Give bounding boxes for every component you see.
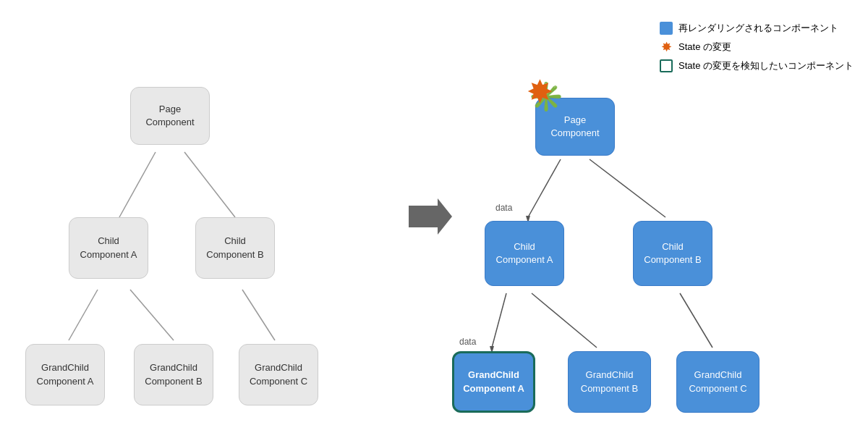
legend-state-change: ✸ State の変更 <box>660 41 854 54</box>
svg-line-2 <box>69 290 98 340</box>
legend-rerender: 再レンダリングされるコンポーネント <box>660 22 854 35</box>
left-childB-node: Child Component B <box>195 217 275 279</box>
legend-rerender-label: 再レンダリングされるコンポーネント <box>678 22 838 35</box>
svg-line-12 <box>680 293 712 348</box>
legend-star-icon: ✸ <box>660 41 673 54</box>
left-grandchildA-node: GrandChild Component A <box>25 344 105 405</box>
svg-line-1 <box>184 152 235 217</box>
svg-line-6 <box>528 159 561 217</box>
data-label-2: data <box>459 337 476 347</box>
legend-blue-icon <box>660 22 673 35</box>
diagram-left: Page Component Child Component A Child C… <box>14 58 412 405</box>
left-childA-node: Child Component A <box>69 217 148 279</box>
svg-line-9 <box>492 293 506 348</box>
svg-line-8 <box>590 159 665 217</box>
svg-marker-5 <box>409 198 452 235</box>
right-grandchildA-node: GrandChild Component A <box>452 351 535 413</box>
right-grandchildB-node: GrandChild Component B <box>568 351 651 413</box>
diagram-right: ✳️ ✸ Page Component data Child Component… <box>448 58 854 413</box>
left-page-node: Page Component <box>130 87 210 145</box>
left-grandchildC-node: GrandChild Component C <box>239 344 318 405</box>
svg-line-3 <box>130 290 174 340</box>
legend-state-label: State の変更 <box>678 41 731 54</box>
left-grandchildB-node: GrandChild Component B <box>134 344 213 405</box>
right-childA-node: Child Component A <box>485 221 564 286</box>
data-label-1: data <box>495 203 512 213</box>
state-change-star: ✸ <box>527 76 553 108</box>
right-childB-node: Child Component B <box>633 221 712 286</box>
svg-line-11 <box>532 293 597 348</box>
svg-line-4 <box>242 290 275 340</box>
svg-line-0 <box>119 152 156 217</box>
right-grandchildC-node: GrandChild Component C <box>676 351 760 413</box>
